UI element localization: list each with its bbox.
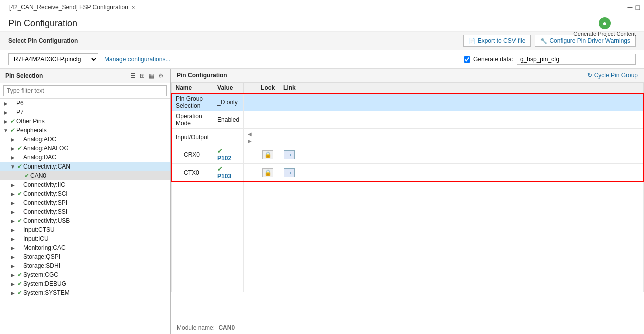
tree-label-connectivity-iic: Connectivity:IIC	[23, 181, 65, 188]
tree-arrow-input-ctsu: ▶	[9, 227, 16, 233]
manage-configurations-link[interactable]: Manage configurations...	[104, 56, 170, 63]
lock-button-4[interactable]: 🔒	[262, 168, 273, 177]
tree-arrow-connectivity-can: ▼	[9, 164, 16, 170]
tree-item-storage-sdhi[interactable]: ▶Storage:SDHI	[0, 261, 170, 270]
tree-item-connectivity-usb[interactable]: ▶✔Connectivity:USB	[0, 216, 170, 225]
empty-cell-2-0	[171, 204, 213, 215]
config-name-1: Operation Mode	[171, 111, 213, 129]
tree-item-analog-analog[interactable]: ▶✔Analog:ANALOG	[0, 144, 170, 153]
tree-label-storage-qspi: Storage:QSPI	[23, 253, 60, 260]
config-link-3[interactable]: →	[279, 146, 300, 164]
tree-item-connectivity-iic[interactable]: ▶Connectivity:IIC	[0, 180, 170, 189]
tree-item-connectivity-ssi[interactable]: ▶Connectivity:SSI	[0, 207, 170, 216]
config-link-1	[279, 111, 300, 129]
empty-cell-2-5	[300, 204, 643, 215]
tree-item-input-icu[interactable]: ▶Input:ICU	[0, 234, 170, 243]
tree-item-p6[interactable]: ▶P6	[0, 99, 170, 108]
empty-row-1	[171, 193, 643, 204]
tree-item-system-system[interactable]: ▶✔System:SYSTEM	[0, 288, 170, 297]
tab-fsp-config[interactable]: [42_CAN_Receive_Send] FSP Configuration …	[4, 2, 140, 13]
empty-cell-8-5	[300, 270, 643, 281]
empty-cell-4-1	[213, 226, 244, 237]
restore-btn[interactable]: □	[636, 3, 640, 11]
tree-item-connectivity-can[interactable]: ▼✔Connectivity:CAN	[0, 162, 170, 171]
tree-arrow-peripherals: ▼	[2, 128, 9, 133]
generate-project-button[interactable]: ● Generate Project Content	[573, 17, 636, 37]
filter-input[interactable]	[3, 85, 167, 96]
cycle-pin-group-button[interactable]: ↻ Cycle Pin Group	[587, 72, 638, 79]
config-extra-1	[244, 111, 256, 129]
pin-configuration-title: Pin Configuration	[177, 72, 227, 79]
empty-cell-2-1	[213, 204, 244, 215]
tree-item-p7[interactable]: ▶P7	[0, 108, 170, 117]
tree-item-system-debug[interactable]: ▶✔System:DEBUG	[0, 279, 170, 288]
expand-all-icon[interactable]: ⊞	[139, 72, 146, 80]
config-lock-4[interactable]: 🔒	[256, 164, 279, 182]
module-name-label: Module name:	[177, 324, 215, 331]
empty-cell-6-3	[256, 248, 279, 259]
empty-cell-0-4	[279, 182, 300, 193]
col-name: Name	[171, 83, 213, 94]
tree-label-other-pins: Other Pins	[16, 118, 45, 125]
config-link-4[interactable]: →	[279, 164, 300, 182]
empty-cell-8-4	[279, 270, 300, 281]
tree-arrow-analog-adc: ▶	[9, 137, 16, 142]
generate-data-checkbox[interactable]	[464, 56, 470, 63]
minimize-btn[interactable]: ─	[628, 3, 633, 11]
tree-check-connectivity-sci: ✔	[16, 190, 23, 197]
page-header-area: Pin Configuration ● Generate Project Con…	[0, 14, 644, 32]
tree-item-connectivity-sci[interactable]: ▶✔Connectivity:SCI	[0, 189, 170, 198]
tree-label-p6: P6	[16, 100, 24, 107]
tree-item-analog-dac[interactable]: ▶Analog:DAC	[0, 153, 170, 162]
tree-item-connectivity-spi[interactable]: ▶Connectivity:SPI	[0, 198, 170, 207]
link-arrow-button-3[interactable]: →	[284, 150, 295, 159]
settings-icon[interactable]: ⚙	[157, 72, 165, 80]
toolbar: Select Pin Configuration 📄 Export to CSV…	[0, 32, 644, 50]
tree-label-connectivity-usb: Connectivity:USB	[23, 217, 70, 224]
collapse-all-icon[interactable]: ☰	[129, 72, 137, 80]
config-select[interactable]: R7FA4M2AD3CFP.pincfg	[8, 53, 98, 65]
config-name-4: CTX0	[171, 164, 213, 182]
tree-item-monitoring-cac[interactable]: ▶Monitoring:CAC	[0, 243, 170, 252]
config-table: Name Value Lock Link Pin Group Selection…	[171, 82, 644, 292]
empty-cell-8-3	[256, 270, 279, 281]
tree-label-input-icu: Input:ICU	[23, 235, 49, 242]
tree-arrow-storage-qspi: ▶	[9, 254, 16, 260]
config-spacer-1	[300, 111, 643, 129]
empty-cell-7-2	[244, 259, 256, 270]
generate-data-input[interactable]	[517, 54, 636, 65]
empty-cell-1-2	[244, 193, 256, 204]
panel-icon-group: ☰ ⊞ ▦ ⚙	[129, 72, 165, 80]
empty-cell-7-3	[256, 259, 279, 270]
tree-item-peripherals[interactable]: ▼✔Peripherals	[0, 126, 170, 135]
tree-arrow-other-pins: ▶	[2, 119, 9, 124]
empty-cell-5-3	[256, 237, 279, 248]
empty-cell-6-4	[279, 248, 300, 259]
lock-button-3[interactable]: 🔒	[262, 150, 273, 159]
filter-icon[interactable]: ▦	[148, 72, 155, 80]
select-pin-label: Select Pin Configuration	[8, 37, 78, 44]
tree-item-storage-qspi[interactable]: ▶Storage:QSPI	[0, 252, 170, 261]
config-name-0: Pin Group Selection	[171, 93, 213, 111]
config-lock-3[interactable]: 🔒	[256, 146, 279, 164]
config-value-0: _D only	[213, 93, 244, 111]
tree-item-system-cgc[interactable]: ▶✔System:CGC	[0, 270, 170, 279]
empty-cell-3-1	[213, 215, 244, 226]
tab-label: [42_CAN_Receive_Send] FSP Configuration	[9, 4, 128, 11]
tree-label-storage-sdhi: Storage:SDHI	[23, 262, 60, 269]
tab-close-btn[interactable]: ×	[132, 4, 135, 10]
tree-arrow-connectivity-spi: ▶	[9, 200, 16, 206]
tree-label-analog-dac: Analog:DAC	[23, 154, 56, 161]
empty-row-0	[171, 182, 643, 193]
export-csv-button[interactable]: 📄 Export to CSV file	[463, 35, 531, 47]
config-row-3: CRX0✔ P102🔒→	[171, 146, 643, 164]
empty-cell-6-5	[300, 248, 643, 259]
tree-item-other-pins[interactable]: ▶✔Other Pins	[0, 117, 170, 126]
tree-item-can0[interactable]: ✔CAN0	[0, 171, 170, 180]
tree-item-analog-adc[interactable]: ▶Analog:ADC	[0, 135, 170, 144]
tree-item-input-ctsu[interactable]: ▶Input:CTSU	[0, 225, 170, 234]
tree-label-connectivity-spi: Connectivity:SPI	[23, 199, 67, 206]
empty-cell-5-2	[244, 237, 256, 248]
link-arrow-button-4[interactable]: →	[284, 168, 295, 177]
tree-check-system-cgc: ✔	[16, 271, 23, 278]
